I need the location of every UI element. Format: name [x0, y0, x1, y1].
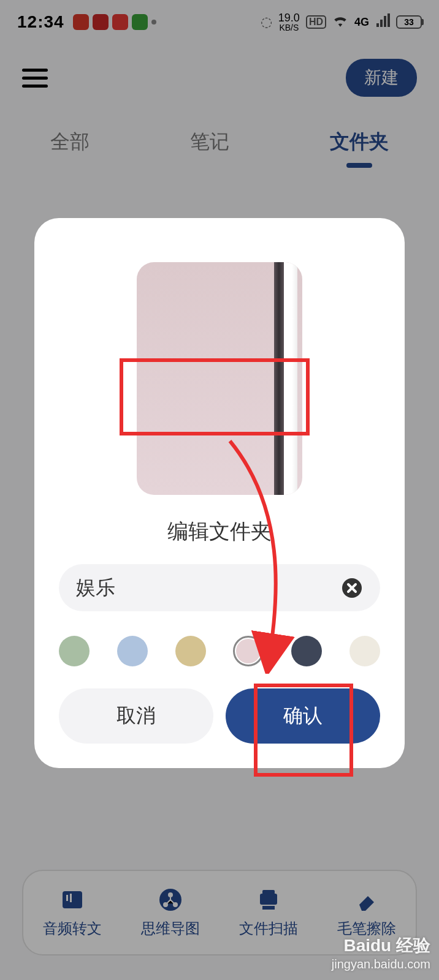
- confirm-button[interactable]: 确认: [226, 688, 380, 744]
- color-option[interactable]: [233, 636, 264, 666]
- modal-button-row: 取消 确认: [34, 688, 405, 768]
- cancel-button[interactable]: 取消: [59, 688, 213, 744]
- color-option[interactable]: [59, 636, 90, 666]
- color-option[interactable]: [291, 636, 322, 666]
- color-option[interactable]: [349, 636, 380, 666]
- color-option[interactable]: [175, 636, 206, 666]
- folder-name-value: 娱乐: [76, 575, 115, 601]
- folder-style-option-current[interactable]: [137, 262, 302, 495]
- clear-input-icon[interactable]: [341, 577, 363, 599]
- watermark: Baidu 经验 jingyan.baidu.com: [332, 934, 430, 971]
- color-option[interactable]: [117, 636, 148, 666]
- folder-name-input[interactable]: 娱乐: [59, 564, 380, 611]
- modal-title: 编辑文件夹: [34, 518, 405, 546]
- folder-style-carousel[interactable]: [34, 261, 405, 496]
- color-picker: [34, 636, 405, 666]
- edit-folder-modal: 编辑文件夹 娱乐 取消 确认: [34, 218, 405, 768]
- watermark-url: jingyan.baidu.com: [332, 957, 430, 971]
- watermark-brand: Baidu 经验: [332, 934, 430, 957]
